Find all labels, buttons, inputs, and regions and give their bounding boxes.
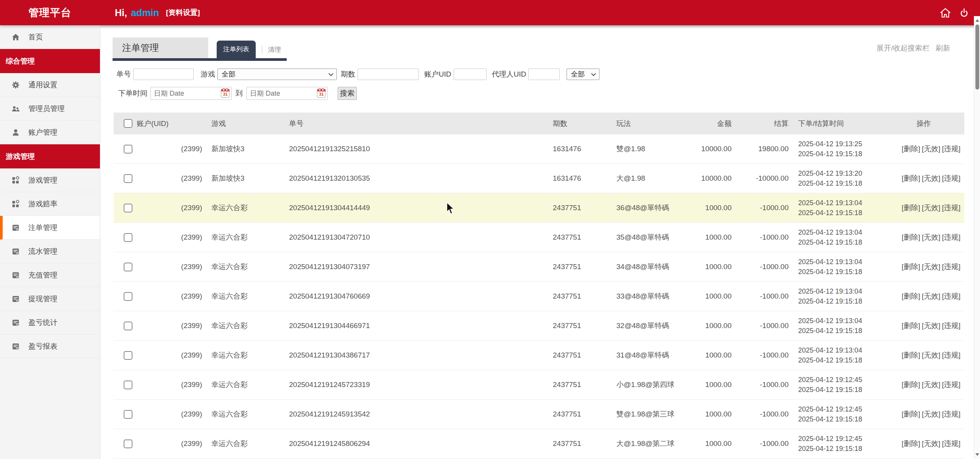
violation-action[interactable]: [违规]	[942, 233, 960, 241]
cell-period: 1631476	[552, 145, 616, 153]
row-checkbox[interactable]	[124, 292, 132, 301]
scroll-down-arrow[interactable]	[975, 453, 979, 456]
cell-play: 大@1.98	[616, 173, 692, 183]
date-to-input[interactable]	[247, 87, 328, 100]
invalid-action[interactable]: [无效]	[922, 410, 941, 418]
sidebar-item-label: 管理员管理	[28, 104, 65, 114]
status-select[interactable]: 全部	[567, 69, 599, 80]
delete-action[interactable]: [删除]	[902, 263, 920, 271]
agent-uid-input[interactable]	[528, 69, 560, 80]
order-time: 2025-04-12 19:13:04	[798, 257, 883, 267]
invalid-action[interactable]: [无效]	[922, 145, 941, 153]
violation-action[interactable]: [违规]	[942, 410, 960, 418]
delete-action[interactable]: [删除]	[902, 381, 920, 389]
invalid-action[interactable]: [无效]	[922, 322, 941, 330]
row-checkbox[interactable]	[124, 174, 132, 183]
delete-action[interactable]: [删除]	[902, 174, 920, 182]
home-icon[interactable]	[940, 8, 951, 18]
row-checkbox[interactable]	[124, 439, 132, 448]
sidebar-item-游戏管理[interactable]: 游戏管理	[0, 168, 100, 192]
cell-actions: [删除][无效][违规]	[883, 439, 964, 449]
invalid-action[interactable]: [无效]	[922, 233, 941, 241]
violation-action[interactable]: [违规]	[942, 351, 960, 359]
table-row: (2399)幸运六合彩20250412191304073197243775134…	[114, 252, 964, 282]
power-icon[interactable]	[959, 8, 969, 18]
invalid-action[interactable]: [无效]	[922, 174, 941, 182]
violation-action[interactable]: [违规]	[942, 204, 960, 212]
sidebar-item-游戏赔率[interactable]: 游戏赔率	[0, 192, 100, 216]
row-checkbox[interactable]	[124, 145, 132, 154]
sidebar-item-通用设置[interactable]: 通用设置	[0, 73, 100, 97]
col-header-play: 玩法	[616, 119, 692, 129]
tab-order-list[interactable]: 注单列表	[217, 41, 256, 58]
row-checkbox[interactable]	[124, 233, 132, 242]
scrollbar-thumb[interactable]	[975, 25, 979, 90]
profile-settings-link[interactable]: [资料设置]	[166, 8, 200, 18]
tab-cleanup[interactable]: 清理	[262, 45, 287, 58]
delete-action[interactable]: [删除]	[902, 292, 920, 300]
sidebar-item-提现管理[interactable]: 提现管理	[0, 287, 100, 311]
invalid-action[interactable]: [无效]	[922, 292, 941, 300]
invalid-action[interactable]: [无效]	[922, 351, 941, 359]
period-input[interactable]	[358, 69, 419, 80]
sidebar-item-注单管理[interactable]: 注单管理	[0, 216, 100, 240]
violation-action[interactable]: [违规]	[942, 439, 960, 448]
sidebar-section-综合管理: 综合管理	[0, 49, 100, 73]
invalid-action[interactable]: [无效]	[922, 381, 941, 389]
date-from-input[interactable]	[150, 87, 232, 100]
sidebar-item-首页[interactable]: 首页	[0, 25, 100, 49]
cell-order-no: 20250412191245913542	[288, 410, 552, 418]
cell-play: 34@48@單特碼	[616, 262, 692, 272]
row-checkbox[interactable]	[124, 263, 132, 271]
cell-game: 幸运六合彩	[206, 439, 288, 449]
sidebar-item-盈亏统计[interactable]: 盈亏统计	[0, 311, 100, 335]
cell-actions: [删除][无效][违规]	[883, 350, 964, 360]
sidebar-item-账户管理[interactable]: 账户管理	[0, 121, 100, 144]
cell-game: 幸运六合彩	[206, 291, 288, 301]
calendar-icon[interactable]: 31	[221, 89, 230, 98]
account-uid-input[interactable]	[454, 69, 487, 80]
scrollbar[interactable]	[974, 16, 980, 459]
select-all-checkbox[interactable]	[124, 119, 132, 128]
calendar-icon[interactable]: 31	[317, 89, 326, 98]
violation-action[interactable]: [违规]	[942, 292, 960, 300]
delete-action[interactable]: [删除]	[902, 410, 920, 418]
toggle-search-bar-link[interactable]: 展开/收起搜索栏	[877, 43, 929, 53]
violation-action[interactable]: [违规]	[942, 145, 960, 153]
row-checkbox[interactable]	[124, 410, 132, 419]
sidebar-section-游戏管理: 游戏管理	[0, 144, 100, 168]
invalid-action[interactable]: [无效]	[922, 439, 941, 448]
row-checkbox[interactable]	[124, 381, 132, 389]
orders-table: 账户(UID) 游戏 单号 期数 玩法 金额 结算 下单/结算时间 操作 (23…	[114, 113, 964, 459]
row-checkbox[interactable]	[124, 351, 132, 360]
sidebar-item-管理员管理[interactable]: 管理员管理	[0, 97, 100, 121]
table-header-row: 账户(UID) 游戏 单号 期数 玩法 金额 结算 下单/结算时间 操作	[114, 113, 964, 134]
order-no-input[interactable]	[133, 69, 194, 80]
violation-action[interactable]: [违规]	[942, 381, 960, 389]
scroll-up-arrow[interactable]	[975, 19, 979, 22]
cell-times: 2025-04-12 19:13:042025-04-12 19:15:18	[791, 257, 883, 277]
delete-action[interactable]: [删除]	[902, 204, 920, 212]
cell-actions: [删除][无效][违规]	[883, 173, 964, 183]
violation-action[interactable]: [违规]	[942, 263, 960, 271]
game-select[interactable]: 全部	[217, 69, 337, 80]
refresh-link[interactable]: 刷新	[936, 43, 950, 53]
row-checkbox[interactable]	[124, 322, 132, 330]
sidebar-item-label: 首页	[28, 32, 43, 42]
sidebar-item-流水管理[interactable]: 流水管理	[0, 240, 100, 263]
invalid-action[interactable]: [无效]	[922, 263, 941, 271]
delete-action[interactable]: [删除]	[902, 439, 920, 448]
sidebar-item-盈亏报表[interactable]: 盈亏报表	[0, 335, 100, 358]
violation-action[interactable]: [违规]	[942, 174, 960, 182]
violation-action[interactable]: [违规]	[942, 322, 960, 330]
sidebar-item-充值管理[interactable]: 充值管理	[0, 263, 100, 287]
delete-action[interactable]: [删除]	[902, 145, 920, 153]
delete-action[interactable]: [删除]	[902, 322, 920, 330]
cell-times: 2025-04-12 19:13:202025-04-12 19:15:18	[791, 168, 883, 188]
row-checkbox[interactable]	[124, 204, 132, 212]
invalid-action[interactable]: [无效]	[922, 204, 941, 212]
delete-action[interactable]: [删除]	[902, 351, 920, 359]
search-button[interactable]: 搜索	[338, 87, 357, 100]
delete-action[interactable]: [删除]	[902, 233, 920, 241]
col-header-uid: 账户(UID)	[133, 119, 206, 129]
